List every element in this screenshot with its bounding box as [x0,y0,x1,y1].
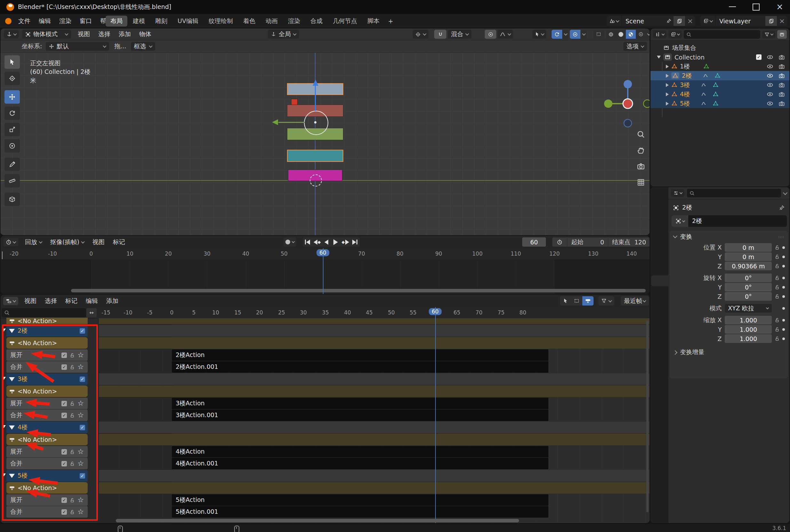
nla-strip[interactable]: 3楼Action.001 [172,410,548,421]
overlays-toggle[interactable] [570,30,580,39]
viewport-menu-object[interactable]: 物体 [135,30,155,38]
unlock-icon[interactable] [772,254,782,260]
nla-strip[interactable]: 4楼Action [172,446,548,457]
shading-solid-icon[interactable] [616,30,626,39]
prev-keyframe-button[interactable]: ◆ [312,240,322,245]
show-hidden-icon[interactable] [571,298,582,304]
properties-editor-type-button[interactable] [671,189,684,197]
rot-y-field[interactable]: 0° [725,283,772,291]
proportional-edit-toggle[interactable] [485,30,496,39]
overlays-dropdown[interactable] [581,30,587,39]
view-layer-icon[interactable] [700,16,715,26]
object-id-icon[interactable] [672,215,688,227]
timeline-channel-area[interactable] [1,260,650,294]
timeline-menu-keying[interactable]: 抠像(插帧) [46,238,88,246]
hide-eye-icon[interactable] [767,100,773,107]
hide-eye-icon[interactable] [767,54,773,60]
expander-icon[interactable] [666,83,669,87]
unlock-icon[interactable] [772,284,782,290]
nla-search-filter-toggle[interactable]: ↔ [87,308,97,317]
tool-rotate[interactable] [4,107,20,120]
only-selected-icon[interactable] [560,298,571,304]
disable-render-icon[interactable] [778,100,785,107]
show-object-types-dropdown[interactable] [532,30,546,39]
remove-view-layer-icon[interactable]: × [777,17,787,25]
workspace-tab-shading[interactable]: 着色 [238,16,260,26]
disable-render-icon[interactable] [778,82,785,88]
collection-checkbox[interactable]: ✓ [756,54,761,60]
tool-select-box[interactable] [4,55,20,69]
start-frame-field[interactable]: 起始0 [567,238,608,247]
unlock-icon[interactable] [772,263,782,269]
disable-render-icon[interactable] [778,63,785,70]
loc-z-field[interactable]: 0.90366 m [725,262,772,270]
viewport-menu-add[interactable]: 添加 [115,30,135,38]
camera-view-icon[interactable] [637,162,645,171]
new-scene-icon[interactable] [674,16,685,26]
outliner-editor-type-button[interactable] [653,31,666,38]
new-collection-button[interactable] [777,30,787,39]
tool-scale[interactable] [4,123,20,136]
use-preview-range-icon[interactable] [552,238,567,247]
transform-delta-panel[interactable]: 变换增量 [670,346,788,358]
shading-rendered-icon[interactable] [636,30,646,39]
expander-icon[interactable] [666,74,669,78]
nla-strip[interactable]: 5楼Action [172,494,548,506]
tool-move[interactable] [4,90,20,103]
editor-type-button[interactable] [4,30,19,38]
scene-name[interactable]: Scene [622,18,664,25]
animate-dot[interactable] [782,246,785,249]
menu-file[interactable]: 文件 [14,17,35,25]
new-view-layer-icon[interactable] [765,16,777,26]
animate-dot[interactable] [782,286,785,288]
menu-edit[interactable]: 编辑 [35,17,55,25]
workspace-tab-animation[interactable]: 动画 [261,16,283,26]
timeline-current-frame-badge[interactable]: 60 [317,249,329,256]
snap-magnet-toggle[interactable] [434,30,446,39]
scale-z-field[interactable]: 1.000 [725,334,772,343]
maximize-button[interactable] [753,3,759,11]
animate-dot[interactable] [782,319,785,322]
minimize-button[interactable] [729,6,736,7]
properties-options-dropdown[interactable] [784,192,787,195]
panel-grip-icon[interactable]: :::: [778,236,784,238]
disable-render-icon[interactable] [778,91,785,98]
object-bar-2f[interactable] [287,150,343,162]
drag-mode-dropdown[interactable]: 框选 [131,42,155,51]
unlock-icon[interactable] [772,327,782,332]
loc-x-field[interactable]: 0 m [725,243,772,252]
object-red-cube[interactable] [291,99,298,105]
play-reverse-button[interactable] [322,240,331,245]
timeline-editor-type-button[interactable] [3,238,18,246]
viewport-menu-select[interactable]: 选择 [94,30,115,38]
gizmo-y-arrow-shaft[interactable] [278,122,305,123]
viewport-menu-view[interactable]: 视图 [74,30,94,38]
nla-editor-type-button[interactable] [3,297,18,305]
pivot-dropdown[interactable] [413,30,429,39]
nla-strip[interactable]: 3楼Action [172,398,548,409]
hide-eye-icon[interactable] [767,72,773,79]
menu-window[interactable]: 窗口 [76,17,96,25]
gizmo-y-arrow-head[interactable] [272,119,278,125]
timeline-summary-chevron-icon[interactable] [2,251,3,259]
outliner-row-object-5f[interactable]: 5楼 [651,99,789,108]
workspace-tab-uv[interactable]: UV编辑 [173,16,203,26]
play-button[interactable] [331,239,340,245]
add-workspace-button[interactable]: + [385,17,396,25]
expander-icon[interactable] [666,92,669,96]
animate-dot[interactable] [782,307,785,310]
unlock-icon[interactable] [772,275,782,281]
unlock-icon[interactable] [772,245,782,250]
pin-icon[interactable] [664,18,674,24]
jump-to-start-button[interactable] [303,240,312,245]
disable-render-icon[interactable] [778,73,785,79]
timeline-ruler[interactable]: -20 -10 0 10 20 30 40 50 60 70 80 90 100… [1,248,650,260]
hide-eye-icon[interactable] [767,81,773,88]
end-frame-field[interactable]: 结束点120 [608,238,650,247]
breadcrumb-object-name[interactable]: 2楼 [682,204,692,212]
scale-x-field[interactable]: 1.000 [725,316,772,324]
ortho-grid-icon[interactable] [637,178,645,187]
nla-menu-add[interactable]: 添加 [102,297,123,305]
expander-icon[interactable] [666,102,669,106]
mode-dropdown[interactable]: 物体模式 [22,30,71,39]
